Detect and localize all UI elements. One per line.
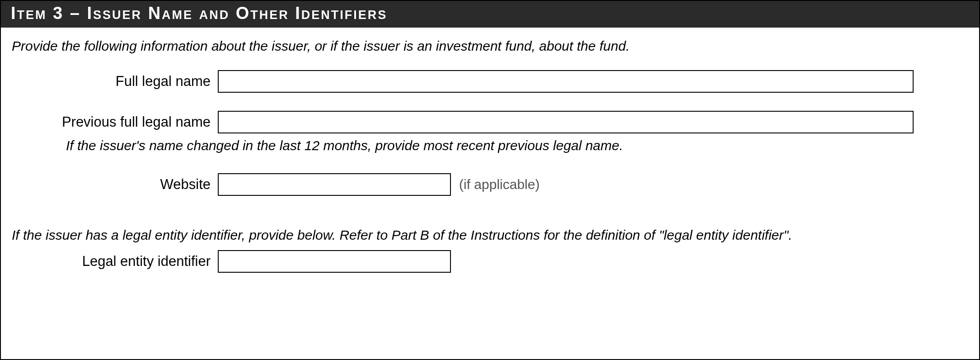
row-previous-full-legal-name: Previous full legal name [12,111,968,133]
lei-intro-text: If the issuer has a legal entity identif… [12,227,968,243]
helper-row-previous-name: If the issuer's name changed in the last… [12,138,968,153]
helper-text-previous-name: If the issuer's name changed in the last… [66,138,623,153]
form-section-container: Item 3 – Issuer Name and Other Identifie… [0,0,980,360]
label-full-legal-name: Full legal name [12,73,218,90]
row-full-legal-name: Full legal name [12,70,968,93]
label-previous-full-legal-name: Previous full legal name [12,114,218,130]
input-legal-entity-identifier[interactable] [218,250,451,273]
section-header: Item 3 – Issuer Name and Other Identifie… [1,1,979,28]
input-website[interactable] [218,173,451,196]
label-legal-entity-identifier: Legal entity identifier [12,253,218,270]
input-previous-full-legal-name[interactable] [218,111,914,133]
note-website: (if applicable) [459,177,539,192]
section-body: Provide the following information about … [1,28,979,288]
label-website: Website [12,176,218,193]
row-website: Website (if applicable) [12,173,968,196]
row-legal-entity-identifier: Legal entity identifier [12,250,968,273]
input-full-legal-name[interactable] [218,70,914,93]
section-intro-text: Provide the following information about … [12,38,968,54]
section-title: Item 3 – Issuer Name and Other Identifie… [11,4,387,23]
